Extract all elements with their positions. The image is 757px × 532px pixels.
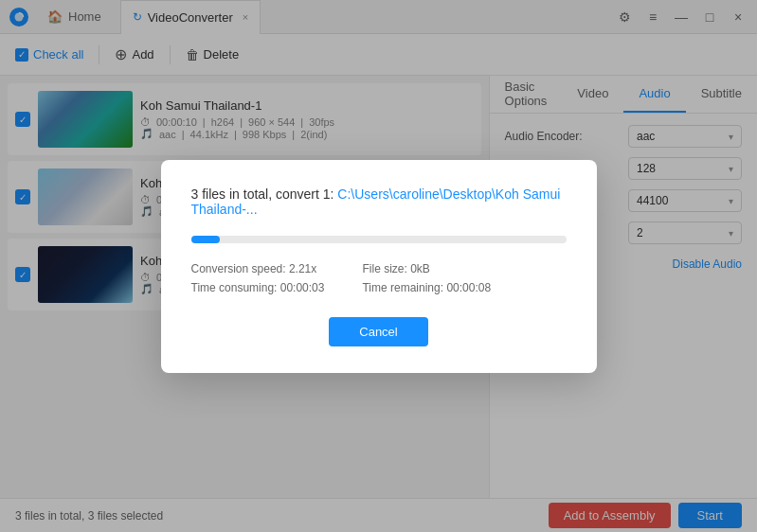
modal-overlay: 3 files in total, convert 1: C:\Users\ca… bbox=[0, 0, 757, 532]
stat-group-right: File size: 0kB Time remaining: 00:00:08 bbox=[362, 262, 491, 294]
modal-stats: Conversion speed: 2.21x Time consuming: … bbox=[191, 262, 567, 294]
modal-title-text: 3 files in total, convert 1: bbox=[191, 186, 334, 202]
file-size-label: File size: 0kB bbox=[362, 262, 491, 275]
cancel-button[interactable]: Cancel bbox=[329, 317, 427, 346]
time-consuming-label: Time consuming: 00:00:03 bbox=[191, 281, 325, 294]
conversion-modal: 3 files in total, convert 1: C:\Users\ca… bbox=[161, 160, 597, 373]
modal-title: 3 files in total, convert 1: C:\Users\ca… bbox=[191, 186, 567, 217]
progress-bar-fill bbox=[191, 236, 220, 243]
time-remaining-label: Time remaining: 00:00:08 bbox=[362, 281, 491, 294]
modal-footer: Cancel bbox=[191, 317, 567, 346]
progress-bar-background bbox=[191, 236, 567, 243]
conversion-speed-label: Conversion speed: 2.21x bbox=[191, 262, 325, 275]
stat-group-left: Conversion speed: 2.21x Time consuming: … bbox=[191, 262, 325, 294]
